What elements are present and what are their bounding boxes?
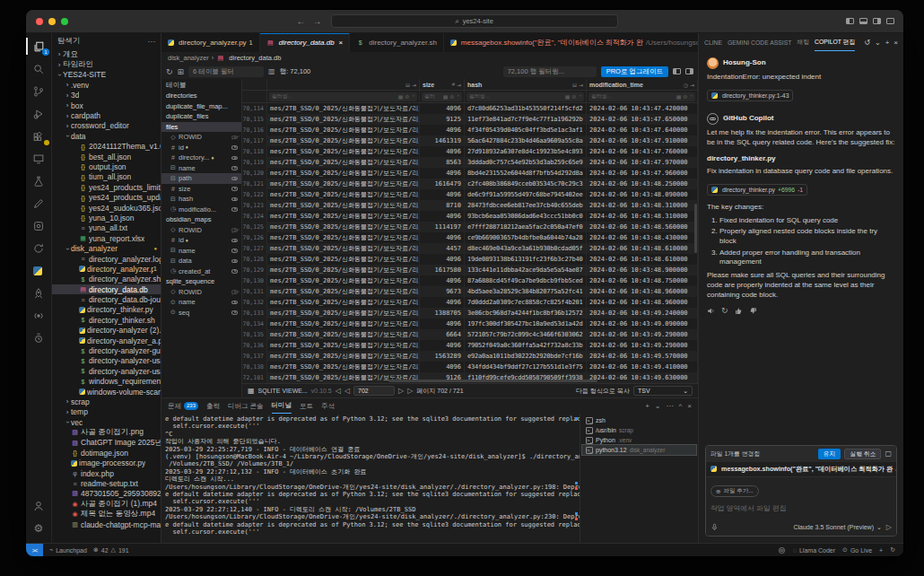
cell-hash[interactable]: 4f34f05439d0405c04ff3bd5e1ac3af1 xyxy=(465,125,587,135)
format-select[interactable]: TSV ⌄ xyxy=(633,386,693,396)
cell-hash[interactable]: e92a0aa1011bd30222b2920bde7cf16b xyxy=(465,351,587,362)
row-number[interactable]: 70,126 xyxy=(242,232,267,243)
global-filter-input[interactable]: 72,100 행 필터링... xyxy=(503,66,597,77)
eye-icon[interactable] xyxy=(231,156,238,161)
next-page-icon[interactable]: ▷ xyxy=(398,387,404,395)
table-row[interactable]: 70,115mes/2TB_SSD/0_2025/신화동물접기/보도자료/리소.… xyxy=(242,114,698,125)
column-item-modificatio...[interactable]: ◷modificatio... xyxy=(161,205,241,215)
continue-activity-button[interactable] xyxy=(26,237,51,259)
zoom-window-button[interactable] xyxy=(61,18,68,25)
column-item-id[interactable]: #id♦ xyxy=(161,143,241,153)
explorer-section-개요[interactable]: ›개요 xyxy=(52,49,161,59)
cell-hash[interactable]: 434fdd434bf9ddf27c127b551d1e3f75 xyxy=(465,362,587,372)
table-row[interactable]: 70,128mes/2TB_SSD/0_2025/신화동물접기/보도자료/리소.… xyxy=(242,254,698,265)
figma-activity-button[interactable] xyxy=(26,214,51,237)
vertical-scrollbar[interactable] xyxy=(694,204,697,253)
row-number[interactable]: 70,133 xyxy=(242,308,267,319)
tree-item[interactable]: {}tium_all.json xyxy=(52,172,161,182)
column-header-size[interactable]: size#⇥ xyxy=(420,79,465,90)
maximize-panel-icon[interactable]: ^ xyxy=(679,402,683,410)
cell-modification-time[interactable]: 2024-02-06 10:43:48.610000 xyxy=(587,243,698,254)
terminal-output[interactable]: e default datetime adapter is deprecated… xyxy=(161,414,580,543)
remote-indicator[interactable]: >< xyxy=(26,544,43,556)
row-number[interactable]: 70,138 xyxy=(242,362,267,372)
close-tab-icon[interactable]: × xyxy=(339,39,344,47)
table-row[interactable]: 70,131mes/2TB_SSD/0_2025/신화동물접기/보도자료/리소.… xyxy=(242,286,698,297)
cell-modification-time[interactable]: 2024-02-06 10:43:47.650000 xyxy=(587,114,698,125)
cell-hash[interactable]: 56ac6427884c233b4d46aa9609a55c8a xyxy=(465,135,587,146)
tree-item[interactable]: ›3d xyxy=(52,91,161,100)
pin-column-icon[interactable]: ⇥ xyxy=(690,82,694,88)
filter-mode-icon[interactable]: ▦ xyxy=(565,93,571,100)
eye-off-icon[interactable] xyxy=(231,290,238,294)
eye-icon[interactable] xyxy=(231,197,238,202)
column-item-path[interactable]: ⊟path xyxy=(161,173,241,184)
tree-item[interactable]: {}best_all.json xyxy=(52,152,161,161)
search-activity-button[interactable] xyxy=(26,57,51,80)
live-server-activity-button[interactable] xyxy=(26,304,51,327)
cell-modification-time[interactable]: 2024-02-06 10:43:48.560000 xyxy=(587,222,698,232)
column-item-id[interactable]: #id♦ xyxy=(161,235,241,246)
model-picker[interactable]: Claude 3.5 Sonnet (Preview) ⌄ xyxy=(793,524,881,531)
duplicate-icon[interactable]: ⊞ xyxy=(178,67,185,76)
cell-modification-time[interactable]: 2024-02-06 10:43:48.310000 xyxy=(587,200,698,211)
tree-item[interactable]: $directory_analyzer.sh xyxy=(52,275,161,284)
cell-path[interactable]: mes/2TB_SSD/0_2025/신화동물접기/보도자료/리소... xyxy=(267,254,420,265)
cell-hash[interactable]: 19de0893138b613191fc23f6b3c27b40 xyxy=(465,254,587,265)
cell-hash[interactable]: e7fff288718212aea5fac2c050a47ef0 xyxy=(465,222,587,232)
explorer-activity-button[interactable]: 1 xyxy=(26,35,51,57)
panel-tab-출력[interactable]: 출력 xyxy=(206,398,220,414)
terminal-instance-Python[interactable]: >_Python.venv xyxy=(582,435,696,445)
history-icon[interactable]: ↺ xyxy=(864,39,870,47)
cell-size[interactable]: 1388705 xyxy=(420,308,465,319)
tree-item[interactable]: ›temp xyxy=(52,407,161,417)
filter-input[interactable]: 필터▦⊘◔ xyxy=(422,92,462,101)
tree-item[interactable]: {}yes24_products_limited.json xyxy=(52,182,161,192)
last-page-icon[interactable]: ▷ xyxy=(407,387,413,395)
problems-status-item[interactable]: ⊗ 42 △ 191 xyxy=(93,546,129,554)
cell-hash[interactable]: d7c80d66253ad31b453550f214f5cfd2 xyxy=(465,103,587,114)
cell-size[interactable]: 1114197 xyxy=(420,222,465,232)
cell-size[interactable]: 4457 xyxy=(420,243,465,254)
table-item-files[interactable]: files xyxy=(161,122,241,133)
filter-mode-icon[interactable]: ▦ xyxy=(398,93,404,100)
tree-item[interactable]: ›cardpath xyxy=(52,110,161,120)
settings-activity-button[interactable]: ⚙ xyxy=(26,517,51,539)
cell-size[interactable]: 4096 xyxy=(420,319,465,329)
feedback-icon[interactable]: ↻ xyxy=(890,546,895,554)
cell-path[interactable]: mes/2TB_SSD/0_2025/신화동물접기/보도자료/리소... xyxy=(267,362,420,372)
edit-session-activity-button[interactable] xyxy=(26,192,51,214)
table-row[interactable]: 70,137mes/2TB_SSD/0_2025/신화동물접기/보도자료/리소.… xyxy=(242,351,698,362)
customize-layout-icon[interactable] xyxy=(886,18,894,24)
undo-button[interactable]: 실행 취소 xyxy=(844,449,881,459)
cell-hash[interactable]: 27d918932a6307e8d4c19923b5e4c893 xyxy=(465,146,587,157)
table-filter-input[interactable]: 6 테이블 필터 xyxy=(188,66,264,77)
table-row[interactable]: 70,135mes/2TB_SSD/0_2025/신화동물접기/보도자료/리소.… xyxy=(242,329,698,340)
tree-item[interactable]: directory-analyzer_a.py xyxy=(52,336,161,345)
eye-icon[interactable] xyxy=(231,166,238,170)
cell-size[interactable]: 4096 xyxy=(420,189,465,200)
cell-size[interactable]: 4096 xyxy=(420,211,465,222)
terminal-instance-python3.12[interactable]: >_python3.12disk_analyzer xyxy=(582,445,696,455)
tree-item[interactable]: ≡directory_analyzer.log xyxy=(52,254,161,264)
filter-null-icon[interactable]: ◔ xyxy=(689,93,693,100)
filter-not-icon[interactable]: ⊘ xyxy=(449,93,454,100)
tree-item[interactable]: {}dotimage.json xyxy=(52,448,161,458)
cell-path[interactable]: mes/2TB_SSD/0_2025/신화동물접기/보도자료/리소... xyxy=(267,189,420,200)
python-activity-button[interactable] xyxy=(26,259,51,282)
cell-size[interactable]: 4096 xyxy=(420,103,465,114)
column-item-data[interactable]: ⊟data xyxy=(161,256,241,266)
table-row[interactable]: 70,125mes/2TB_SSD/0_2025/신화동물접기/보도자료/리소.… xyxy=(242,222,698,232)
copilot-tab-GEMINI CODE ASSIST[interactable]: GEMINI CODE ASSIST xyxy=(728,33,791,51)
cell-modification-time[interactable]: 2024-02-06 10:43:48.430000 xyxy=(587,232,698,243)
editor-tab[interactable]: messagebox.showinfo("완료", "데이터베이스 최적화가 완… xyxy=(444,33,698,52)
tree-item[interactable]: directory-analyzer (2).py xyxy=(52,326,161,336)
new-chat-icon[interactable]: + xyxy=(885,39,890,47)
column-item-size[interactable]: #size xyxy=(161,184,241,195)
upgrade-pro-button[interactable]: PRO로 업그레이드 xyxy=(601,66,668,77)
cell-size[interactable]: 4096 xyxy=(420,254,465,265)
cell-modification-time[interactable]: 2024-02-06 10:43:49.410000 xyxy=(587,362,698,372)
cell-path[interactable]: mes/2TB_SSD/0_2025/신화동물접기/보도자료/리소... xyxy=(267,211,420,222)
editor-tab[interactable]: ▤directory_data.db× xyxy=(260,33,351,52)
close-window-button[interactable] xyxy=(36,18,43,25)
